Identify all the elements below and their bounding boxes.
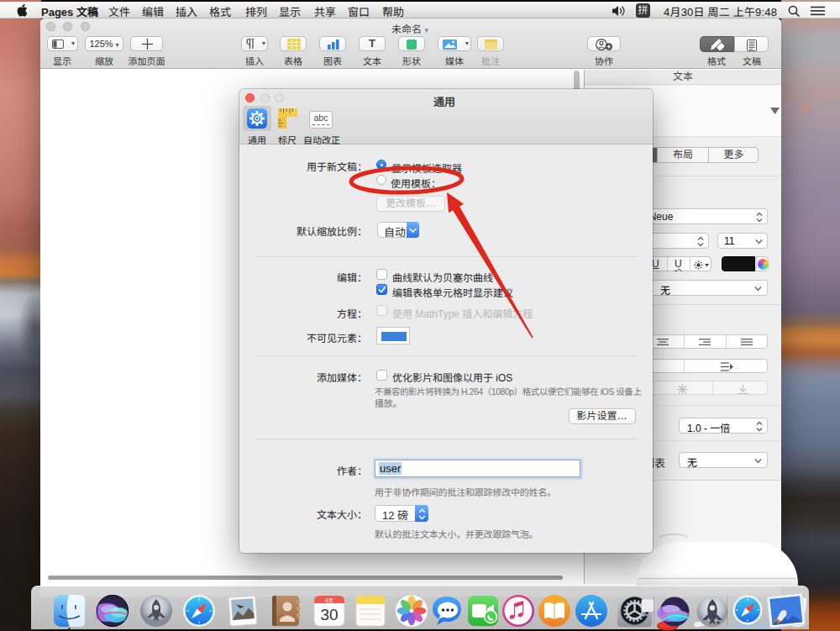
svg-text:4月: 4月: [325, 597, 333, 604]
svg-text:30: 30: [320, 606, 338, 623]
